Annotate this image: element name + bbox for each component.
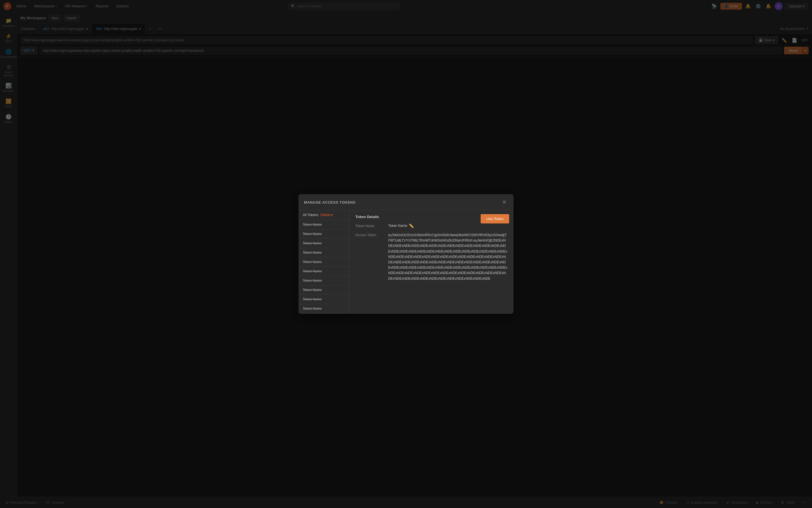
delete-button[interactable]: Delete ▾ (320, 213, 333, 217)
token-name-value: Token Name ✏️ (388, 223, 507, 228)
manage-tokens-modal: MANAGE ACCESS TOKENS ✕ All Tokens Delete… (299, 194, 513, 314)
access-token-value: eyJhbGciOiJSUzI1NiIsInR5cCIgOiAiSldUIiwi… (388, 232, 507, 282)
token-list-item[interactable]: Token Name (299, 220, 350, 229)
token-list-item[interactable]: Token Name (299, 229, 350, 239)
token-list: All Tokens Delete ▾ Token Name Token Nam… (299, 210, 350, 313)
access-token-row: Access Token eyJhbGciOiJSUzI1NiIsInR5cCI… (355, 232, 507, 282)
token-list-item[interactable]: Token Name (299, 285, 350, 295)
modal-body: All Tokens Delete ▾ Token Name Token Nam… (299, 210, 513, 313)
edit-icon[interactable]: ✏️ (409, 223, 414, 228)
token-list-item[interactable]: Token Name (299, 257, 350, 267)
token-list-item[interactable]: Token Name (299, 304, 350, 313)
all-tokens-label: All Tokens (303, 213, 318, 217)
token-list-item[interactable]: Token Name (299, 295, 350, 304)
token-list-header: All Tokens Delete ▾ (299, 210, 350, 220)
modal-title: MANAGE ACCESS TOKENS (304, 200, 500, 205)
modal-header: MANAGE ACCESS TOKENS ✕ (299, 195, 513, 210)
use-token-button[interactable]: Use Token (481, 214, 509, 223)
token-list-item[interactable]: Token Name (299, 267, 350, 276)
modal-close-button[interactable]: ✕ (500, 199, 508, 206)
access-token-label: Access Token (355, 232, 384, 282)
token-list-item[interactable]: Token Name (299, 239, 350, 248)
modal-overlay[interactable]: MANAGE ACCESS TOKENS ✕ All Tokens Delete… (0, 0, 812, 508)
token-list-item[interactable]: Token Name (299, 248, 350, 257)
token-list-item[interactable]: Token Name (299, 276, 350, 285)
token-details-panel: Token Details Use Token Token Name Token… (350, 210, 513, 313)
token-name-label: Token Name (355, 223, 384, 228)
token-name-row: Token Name Token Name ✏️ (355, 223, 507, 228)
chevron-down-icon: ▾ (331, 213, 333, 217)
